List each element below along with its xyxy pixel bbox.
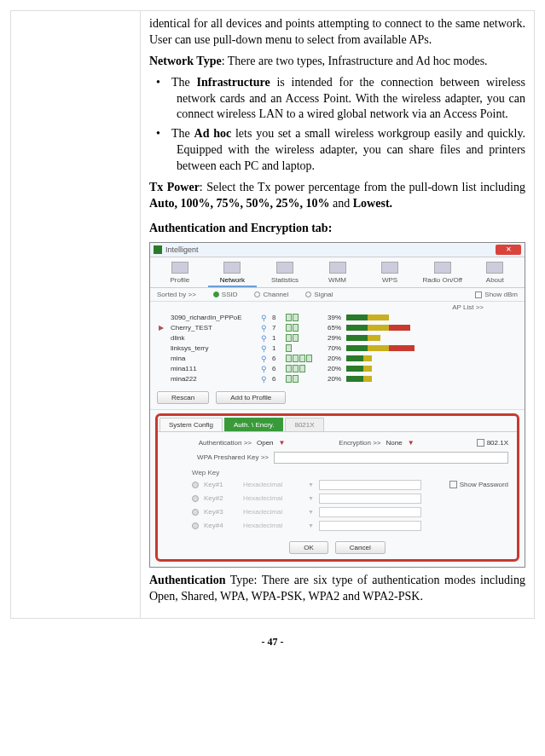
rescan-button[interactable]: Rescan (157, 391, 209, 404)
sort-channel[interactable]: Channel (254, 291, 288, 298)
network-type-list: •The Infrastructure is intended for the … (149, 75, 525, 175)
wep-key-input[interactable] (319, 521, 421, 531)
encryption-icons (286, 375, 312, 383)
ap-channel: 6 (272, 375, 281, 383)
channel-icon: ⚲ (261, 344, 267, 353)
window-titlebar: Intelligent ✕ (150, 243, 525, 257)
show-password-checkbox[interactable]: Show Password (449, 481, 508, 488)
tab-8021x[interactable]: 8021X (285, 418, 323, 431)
channel-icon: ⚲ (261, 324, 267, 332)
tab-label: WMM (313, 276, 362, 284)
channel-icon: ⚲ (261, 334, 267, 343)
ap-row[interactable]: 3090_richardIn_PPPoE⚲839% (157, 313, 518, 323)
ap-signal-pct: 29% (317, 334, 341, 342)
tab-system-config[interactable]: System Config (159, 418, 223, 431)
auth-encrypt-heading: Authentication and Encryption tab: (149, 221, 525, 237)
tab-statistics[interactable]: Statistics (260, 261, 310, 287)
wep-key-row: Key#1Hexadecimal▼Show Password (166, 480, 508, 490)
wep-radio[interactable] (192, 495, 199, 502)
tab-label: Profile (155, 276, 205, 284)
dot1x-checkbox[interactable]: 802.1X (477, 439, 508, 447)
chevron-down-icon: ▼ (308, 495, 314, 501)
tab-network[interactable]: Network (208, 261, 258, 287)
profile-icon (171, 262, 188, 274)
window-title: Intelligent (165, 245, 496, 254)
tab-about[interactable]: About (470, 261, 519, 287)
wep-key-input[interactable] (319, 480, 421, 490)
auth-label: Authentication >> (166, 439, 252, 447)
ap-signal-pct: 70% (317, 344, 341, 352)
wep-type-dropdown[interactable]: Hexadecimal (243, 481, 303, 488)
wep-title: Wep Key (192, 469, 508, 476)
statistics-icon (276, 262, 293, 274)
ok-button[interactable]: OK (289, 541, 328, 554)
encryption-icons (286, 344, 312, 352)
wep-key-row: Key#3Hexadecimal▼ (166, 507, 508, 517)
main-tabs: ProfileNetworkStatisticsWMMWPSRadio On/O… (150, 257, 525, 288)
ap-row[interactable]: dlink⚲129% (157, 333, 518, 343)
intro-paragraph: identical for all devices and points att… (149, 16, 525, 49)
page-number: - 47 - (10, 636, 535, 649)
ap-ssid: mina222 (171, 375, 256, 383)
wep-key-input[interactable] (319, 507, 421, 517)
auth-dropdown[interactable]: Open ▼ (257, 439, 286, 447)
ap-list: 3090_richardIn_PPPoE⚲839%▶Cherry_TEST⚲76… (150, 311, 525, 388)
wep-type-dropdown[interactable]: Hexadecimal (243, 508, 303, 516)
wep-type-dropdown[interactable]: Hexadecimal (243, 522, 303, 529)
wep-radio[interactable] (192, 509, 199, 516)
wep-key-label: Key#1 (204, 481, 238, 488)
tab-label: WPS (365, 276, 415, 284)
ap-signal-bar (346, 345, 449, 351)
add-profile-button[interactable]: Add to Profile (216, 391, 286, 404)
encryption-icons (286, 365, 312, 372)
ap-row[interactable]: mina111⚲620% (157, 364, 518, 374)
tab-wmm[interactable]: WMM (313, 261, 362, 287)
ap-channel: 1 (272, 344, 281, 352)
sort-label: Sorted by >> (157, 291, 196, 298)
close-button[interactable]: ✕ (496, 245, 521, 255)
tab-auth-encry[interactable]: Auth. \ Encry. (224, 418, 283, 431)
chevron-down-icon: ▼ (308, 509, 314, 515)
psk-input[interactable] (274, 452, 508, 464)
ok-cancel-row: OK Cancel (158, 538, 517, 559)
ap-row[interactable]: ▶Cherry_TEST⚲765% (157, 323, 518, 333)
wep-radio[interactable] (192, 522, 199, 529)
cancel-button[interactable]: Cancel (335, 541, 386, 554)
radio-on-off-icon (434, 262, 451, 274)
tab-profile[interactable]: Profile (155, 261, 205, 287)
app-icon (154, 245, 162, 254)
chevron-down-icon: ▼ (408, 439, 415, 447)
ap-signal-bar (346, 325, 449, 331)
ap-signal-bar (346, 376, 449, 382)
chevron-down-icon: ▼ (308, 482, 314, 488)
ap-signal-pct: 20% (317, 355, 341, 362)
ap-row[interactable]: linksys_terry⚲170% (157, 343, 518, 354)
list-item: •The Ad hoc lets you set a small wireles… (156, 126, 525, 175)
tab-radio-on-off[interactable]: Radio On/Off (418, 261, 467, 287)
wep-type-dropdown[interactable]: Hexadecimal (243, 494, 303, 502)
ap-channel: 7 (272, 324, 281, 332)
ap-ssid: 3090_richardIn_PPPoE (171, 314, 256, 321)
ap-signal-bar (346, 366, 449, 372)
enc-dropdown[interactable]: None ▼ (386, 439, 415, 447)
ap-signal-bar (346, 335, 449, 341)
wep-key-input[interactable] (319, 493, 421, 504)
ap-ssid: dlink (171, 334, 256, 342)
tab-label: Radio On/Off (418, 276, 467, 284)
tab-wps[interactable]: WPS (365, 261, 415, 287)
ap-row[interactable]: mina⚲620% (157, 354, 518, 364)
wps-icon (381, 262, 398, 274)
left-column (11, 11, 141, 618)
wep-key-label: Key#3 (204, 508, 238, 516)
sort-signal[interactable]: Signal (305, 291, 333, 298)
ap-signal-bar (346, 355, 449, 361)
tx-power-paragraph: Tx Power: Select the Tx power percentage… (149, 180, 525, 212)
chevron-down-icon: ▼ (279, 439, 286, 447)
show-dbm-checkbox[interactable]: Show dBm (475, 291, 518, 298)
wep-radio[interactable] (192, 482, 199, 488)
ap-row[interactable]: mina222⚲620% (157, 374, 518, 384)
wep-key-label: Key#2 (204, 494, 238, 502)
list-item: •The Infrastructure is intended for the … (156, 75, 525, 124)
wep-key-row: Key#4Hexadecimal▼ (166, 521, 508, 531)
sort-ssid[interactable]: SSID (213, 291, 238, 298)
